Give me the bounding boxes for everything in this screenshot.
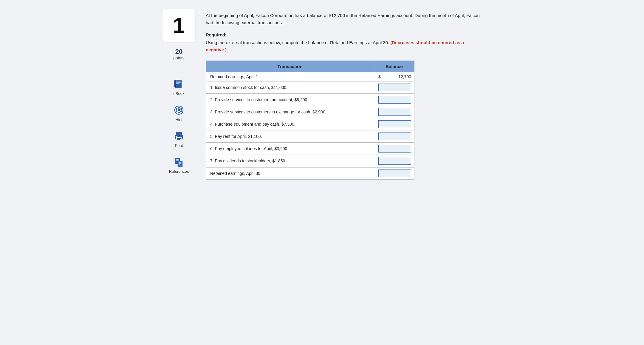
balance-input[interactable] bbox=[378, 108, 411, 116]
balance-cell[interactable] bbox=[374, 167, 414, 180]
points-value: 20 bbox=[173, 48, 184, 56]
svg-rect-23 bbox=[179, 162, 181, 163]
col-header-transaction: Transaction bbox=[206, 61, 374, 72]
ebook-icon bbox=[173, 78, 185, 90]
sidebar-item-hint[interactable]: Hint bbox=[173, 104, 185, 122]
transaction-cell: Retained earnings, April 30 bbox=[206, 167, 374, 180]
instruction-normal: Using the external transactions below, c… bbox=[206, 40, 389, 45]
svg-rect-21 bbox=[176, 160, 179, 161]
balance-cell[interactable] bbox=[374, 155, 414, 167]
ebook-label: eBook bbox=[174, 91, 185, 96]
references-icon bbox=[173, 156, 185, 168]
dollar-sign: $ bbox=[378, 74, 381, 79]
svg-rect-24 bbox=[179, 163, 181, 164]
svg-point-11 bbox=[178, 112, 180, 113]
page-container: 1 20 points eBook bbox=[158, 9, 486, 189]
balance-input[interactable] bbox=[378, 157, 411, 165]
svg-point-8 bbox=[180, 108, 182, 110]
balance-cell[interactable] bbox=[374, 94, 414, 106]
transaction-table: Transaction Balance Retained earnings, A… bbox=[206, 61, 414, 180]
hint-icon bbox=[173, 104, 185, 116]
print-icon bbox=[173, 130, 185, 142]
table-row: Retained earnings, April 30 bbox=[206, 167, 414, 180]
svg-rect-4 bbox=[174, 80, 176, 87]
instruction-text: Using the external transactions below, c… bbox=[206, 39, 480, 53]
table-row: 7. Pay dividends to stockholders, $1,850… bbox=[206, 155, 414, 167]
left-panel: 1 20 points eBook bbox=[158, 9, 200, 189]
svg-rect-2 bbox=[176, 82, 181, 83]
balance-input[interactable] bbox=[378, 84, 411, 91]
points-label: points bbox=[173, 56, 184, 60]
svg-point-7 bbox=[176, 108, 177, 110]
svg-point-6 bbox=[178, 107, 180, 109]
transaction-cell: 1. Issue common stock for cash, $11,000. bbox=[206, 81, 374, 94]
balance-input[interactable] bbox=[378, 145, 411, 153]
svg-point-9 bbox=[176, 110, 177, 112]
transaction-cell: 6. Pay employee salaries for April, $3,2… bbox=[206, 143, 374, 155]
table-row: 6. Pay employee salaries for April, $3,2… bbox=[206, 143, 414, 155]
question-number-box: 1 bbox=[162, 9, 195, 42]
svg-rect-20 bbox=[176, 159, 179, 160]
svg-point-10 bbox=[180, 110, 182, 112]
print-label: Print bbox=[175, 143, 183, 148]
sidebar-item-references[interactable]: References bbox=[169, 156, 189, 174]
svg-rect-16 bbox=[176, 136, 177, 137]
svg-rect-1 bbox=[176, 81, 181, 81]
svg-rect-18 bbox=[177, 139, 180, 140]
table-row: 2. Provide services to customers on acco… bbox=[206, 94, 414, 106]
balance-input[interactable] bbox=[378, 120, 411, 128]
balance-amount: 12,700 bbox=[383, 74, 411, 79]
balance-input[interactable] bbox=[378, 96, 411, 104]
sidebar-icons: eBook Hint bbox=[169, 78, 189, 174]
table-row: 3. Provide services to customers in exch… bbox=[206, 106, 414, 118]
references-label: References bbox=[169, 169, 189, 174]
balance-input[interactable] bbox=[378, 170, 411, 177]
transaction-cell: 5. Pay rent for April, $1,100. bbox=[206, 130, 374, 143]
main-content: At the beginning of April, Falcon Corpor… bbox=[200, 9, 486, 189]
table-row: Retained earnings, April 1$12,700 bbox=[206, 72, 414, 81]
transaction-cell: 4. Purchase equipment and pay cash, $7,3… bbox=[206, 118, 374, 130]
question-text: At the beginning of April, Falcon Corpor… bbox=[206, 12, 480, 26]
table-row: 1. Issue common stock for cash, $11,000. bbox=[206, 81, 414, 94]
table-row: 4. Purchase equipment and pay cash, $7,3… bbox=[206, 118, 414, 130]
balance-cell[interactable] bbox=[374, 143, 414, 155]
balance-cell[interactable] bbox=[374, 118, 414, 130]
transaction-cell: Retained earnings, April 1 bbox=[206, 72, 374, 81]
svg-point-12 bbox=[178, 109, 180, 111]
hint-label: Hint bbox=[175, 117, 182, 122]
question-number: 1 bbox=[173, 13, 185, 38]
balance-cell[interactable] bbox=[374, 81, 414, 94]
transaction-cell: 3. Provide services to customers in exch… bbox=[206, 106, 374, 118]
sidebar-item-ebook[interactable]: eBook bbox=[173, 78, 185, 96]
col-header-balance: Balance bbox=[374, 61, 414, 72]
table-row: 5. Pay rent for April, $1,100. bbox=[206, 130, 414, 143]
svg-rect-3 bbox=[176, 83, 179, 84]
svg-rect-17 bbox=[177, 138, 181, 139]
transaction-cell: 7. Pay dividends to stockholders, $1,850… bbox=[206, 155, 374, 167]
balance-cell: $12,700 bbox=[374, 72, 414, 81]
balance-cell[interactable] bbox=[374, 130, 414, 143]
transaction-cell: 2. Provide services to customers on acco… bbox=[206, 94, 374, 106]
sidebar-item-print[interactable]: Print bbox=[173, 130, 185, 148]
svg-rect-25 bbox=[179, 164, 180, 165]
balance-input[interactable] bbox=[378, 133, 411, 140]
required-label: Required: bbox=[206, 32, 480, 37]
balance-cell[interactable] bbox=[374, 106, 414, 118]
